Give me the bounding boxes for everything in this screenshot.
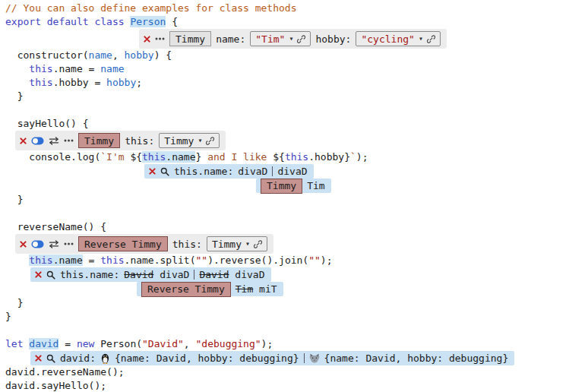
code-line: } xyxy=(5,90,569,103)
code-token: } xyxy=(344,151,350,163)
code-line: let david = new Person("David", "debuggi… xyxy=(5,337,569,351)
dropdown-arrow-icon: ▾ xyxy=(289,35,293,43)
param-label: hobby: xyxy=(315,33,351,45)
probe-subline: Reverse TimmyTim miT xyxy=(137,282,569,296)
code-token xyxy=(5,77,29,88)
code-token: hobby xyxy=(125,49,154,61)
code-token: let xyxy=(5,338,23,349)
code-token: console.log( xyxy=(5,151,100,163)
example-widget-line: Reverse Timmythis:Timmy▾ xyxy=(15,234,569,254)
param-label: this: xyxy=(172,239,202,250)
code-line: this.hobby = hobby; xyxy=(5,76,569,90)
current-value: divaD xyxy=(229,269,265,280)
example-chip[interactable]: Timmy xyxy=(169,31,211,46)
swap-button[interactable] xyxy=(49,240,59,248)
code-token xyxy=(41,16,47,27)
code-token: "" xyxy=(308,254,321,266)
code-token xyxy=(5,254,29,266)
old-value: David xyxy=(124,269,153,280)
code-token: } xyxy=(5,297,23,308)
swap-button[interactable] xyxy=(49,137,59,145)
code-token: .name = xyxy=(53,63,101,74)
probe-label: this.name: xyxy=(174,166,233,177)
code-token: ); xyxy=(356,151,368,163)
code-token: david.reverseName(); xyxy=(5,366,125,378)
link-icon xyxy=(297,35,305,43)
current-value: divaD xyxy=(277,166,307,177)
param-label: name: xyxy=(216,33,245,45)
dropdown-arrow-icon: ▾ xyxy=(419,35,423,43)
search-icon[interactable] xyxy=(46,354,55,363)
example-widget-row: Timmythis:Timmy▾ xyxy=(15,131,226,150)
link-icon xyxy=(427,35,435,43)
param-dropdown[interactable]: "Tim"▾ xyxy=(250,31,311,46)
code-token: .name.split( xyxy=(125,254,196,266)
code-token: class xyxy=(94,16,124,27)
code-token: } xyxy=(5,90,23,102)
code-token: constructor( xyxy=(5,49,89,61)
code-token: new xyxy=(77,338,94,349)
search-icon[interactable] xyxy=(46,270,55,280)
probe-value: David divaD xyxy=(124,269,189,280)
code-token: Person( xyxy=(94,338,142,349)
dropdown-value: "cycling" xyxy=(361,33,414,45)
code-line: sayHello() { xyxy=(5,117,569,131)
close-button[interactable] xyxy=(35,271,42,278)
probe-subline: TimmyTim xyxy=(256,179,569,193)
blank-line xyxy=(5,207,569,220)
code-line: } xyxy=(5,193,569,207)
code-line: reverseName() { xyxy=(5,220,569,234)
search-icon[interactable] xyxy=(160,167,169,176)
probe-value: Tim xyxy=(307,180,324,191)
code-token: } xyxy=(5,194,23,205)
code-token: "David" xyxy=(142,338,184,349)
code-token: "debugging" xyxy=(196,338,261,349)
more-button[interactable] xyxy=(155,37,165,40)
code-token: = xyxy=(83,254,100,266)
param-dropdown[interactable]: Timmy▾ xyxy=(207,236,267,251)
code-token: this xyxy=(29,63,52,74)
code-line: this.name = name xyxy=(5,62,569,76)
probe-sub-row: Reverse TimmyTim miT xyxy=(137,282,283,296)
toggle-button[interactable] xyxy=(31,137,44,145)
toggle-button[interactable] xyxy=(31,240,44,248)
example-chip[interactable]: Reverse Timmy xyxy=(141,282,231,297)
example-chip[interactable]: Timmy xyxy=(78,133,120,148)
probe-value: David divaD xyxy=(199,269,264,280)
dropdown-arrow-icon: ▾ xyxy=(198,137,202,144)
old-value: Tim xyxy=(236,283,253,295)
link-icon xyxy=(254,240,262,248)
probe-row: this.name:David divaDDavid divaD xyxy=(30,267,271,282)
current-value: divaD xyxy=(153,269,189,280)
close-button[interactable] xyxy=(144,36,150,43)
code-token: this xyxy=(100,254,124,266)
code-token: this xyxy=(29,77,52,88)
param-dropdown[interactable]: Timmy▾ xyxy=(159,133,220,148)
close-button[interactable] xyxy=(20,241,27,248)
dropdown-value: Timmy xyxy=(164,135,194,147)
code-token: ${ xyxy=(130,151,142,163)
example-chip[interactable]: Timmy xyxy=(261,179,302,194)
code-line: constructor(name, hobby) { xyxy=(5,49,569,62)
param-dropdown[interactable]: "cycling"▾ xyxy=(356,31,440,46)
blank-line xyxy=(5,103,569,117)
close-button[interactable] xyxy=(35,355,42,362)
code-token: this xyxy=(29,254,52,266)
code-token: ).reverse().join( xyxy=(207,254,308,266)
dropdown-value: Timmy xyxy=(212,239,242,250)
probe-value: {name: David, hobby: debugging} xyxy=(115,352,299,364)
current-value: divaD xyxy=(238,166,267,177)
code-line: } xyxy=(5,296,569,310)
current-value: {name: David, hobby: debugging} xyxy=(115,352,299,364)
more-button[interactable] xyxy=(64,139,74,142)
example-chip[interactable]: Reverse Timmy xyxy=(78,236,168,251)
probe-row: this.name:divaDdivaD xyxy=(144,164,314,179)
dropdown-value: "Tim" xyxy=(255,33,285,45)
more-button[interactable] xyxy=(64,242,74,245)
close-button[interactable] xyxy=(20,138,27,144)
probe-line: this.name:David divaDDavid divaD xyxy=(30,267,569,282)
link-icon xyxy=(206,137,214,145)
value-separator xyxy=(272,166,273,176)
probe-sub-row: TimmyTim xyxy=(256,179,331,193)
close-button[interactable] xyxy=(149,168,156,175)
